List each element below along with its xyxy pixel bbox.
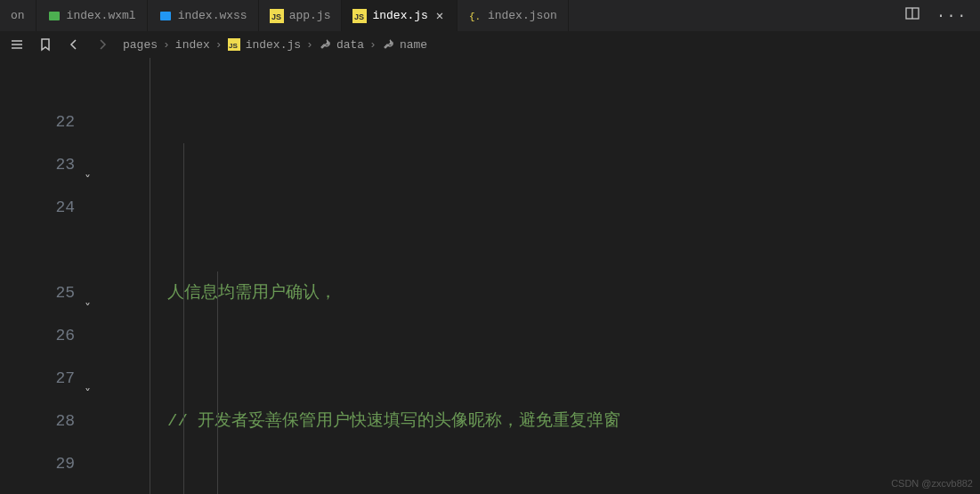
tab-label: index.wxml bbox=[67, 9, 136, 22]
line-number bbox=[14, 229, 75, 271]
breadcrumb-item[interactable]: data bbox=[336, 38, 364, 52]
editor-left-stub bbox=[0, 58, 14, 494]
tab-bar: on index.wxml index.wxss JS app.js JS in… bbox=[0, 0, 980, 31]
line-number: 24 bbox=[14, 186, 75, 229]
tab-label: index.wxss bbox=[178, 9, 247, 22]
js-file-icon: JS bbox=[270, 9, 284, 23]
line-number: 27 bbox=[14, 357, 75, 400]
toolbar: pages › index › JS index.js › data › nam… bbox=[0, 31, 980, 58]
line-number: 23 bbox=[14, 143, 75, 186]
breadcrumb-sep: › bbox=[163, 38, 170, 52]
code-line[interactable]: // 开发者妥善保管用户快速填写的头像昵称，避免重复弹窗 bbox=[105, 400, 980, 442]
fold-icon[interactable] bbox=[78, 372, 91, 385]
breadcrumb-sep: › bbox=[306, 38, 313, 52]
svg-rect-0 bbox=[49, 12, 60, 20]
wrench-icon bbox=[382, 38, 394, 51]
watermark: CSDN @zxcvb882 bbox=[891, 478, 973, 489]
json-file-icon: {..} bbox=[468, 9, 482, 23]
breadcrumb-item[interactable]: index.js bbox=[246, 38, 301, 52]
svg-text:JS: JS bbox=[229, 42, 238, 50]
close-tab-icon[interactable]: ✕ bbox=[433, 10, 446, 22]
code-area[interactable]: 人信息均需用户确认， // 开发者妥善保管用户快速填写的头像昵称，避免重复弹窗 … bbox=[94, 58, 980, 494]
editor: 22 23 24 25 26 27 28 29 人信息均需用户确认， // 开发… bbox=[0, 58, 980, 494]
back-arrow-icon[interactable] bbox=[66, 36, 82, 53]
tab-index-wxml[interactable]: index.wxml bbox=[36, 0, 148, 31]
tab-label: index.json bbox=[488, 9, 557, 22]
line-number: 25 bbox=[14, 271, 75, 314]
breadcrumb-item[interactable]: name bbox=[400, 38, 427, 52]
wrench-icon bbox=[319, 38, 331, 51]
split-editor-icon[interactable] bbox=[904, 5, 920, 26]
line-number-gutter: 22 23 24 25 26 27 28 29 bbox=[14, 58, 94, 494]
tab-app-js[interactable]: JS app.js bbox=[259, 0, 343, 31]
tab-label: index.js bbox=[372, 9, 427, 22]
tab-label: app.js bbox=[289, 9, 331, 22]
list-icon[interactable] bbox=[9, 36, 25, 53]
more-actions-icon[interactable]: ··· bbox=[936, 8, 968, 24]
tab-label: on bbox=[11, 9, 25, 22]
forward-arrow-icon[interactable] bbox=[94, 36, 110, 53]
line-number: 28 bbox=[14, 400, 75, 442]
fold-icon[interactable] bbox=[78, 158, 91, 171]
line-number: 26 bbox=[14, 314, 75, 357]
js-file-icon: JS bbox=[352, 9, 367, 23]
wxss-file-icon bbox=[158, 9, 173, 23]
line-number bbox=[14, 58, 75, 101]
breadcrumb-item[interactable]: index bbox=[175, 38, 210, 52]
breadcrumb[interactable]: pages › index › JS index.js › data › nam… bbox=[123, 38, 427, 52]
js-file-icon: JS bbox=[228, 38, 240, 51]
code-line[interactable]: 人信息均需用户确认， bbox=[105, 271, 980, 314]
breadcrumb-sep: › bbox=[215, 38, 223, 52]
tabbar-actions: ··· bbox=[892, 0, 980, 31]
fold-icon[interactable] bbox=[78, 287, 91, 299]
line-number: 22 bbox=[14, 101, 75, 143]
svg-text:JS: JS bbox=[354, 12, 364, 21]
tab-partial[interactable]: on bbox=[0, 0, 36, 31]
tab-index-js[interactable]: JS index.js ✕ bbox=[342, 0, 457, 31]
svg-text:JS: JS bbox=[271, 12, 281, 21]
breadcrumb-item[interactable]: pages bbox=[123, 38, 158, 52]
line-number: 29 bbox=[14, 442, 75, 485]
wxml-file-icon bbox=[47, 9, 61, 23]
bookmark-icon[interactable] bbox=[37, 36, 53, 53]
tab-index-json[interactable]: {..} index.json bbox=[458, 0, 569, 31]
tab-index-wxss[interactable]: index.wxss bbox=[148, 0, 259, 31]
breadcrumb-sep: › bbox=[369, 38, 377, 52]
svg-text:{..}: {..} bbox=[469, 12, 482, 22]
svg-rect-1 bbox=[160, 12, 171, 20]
